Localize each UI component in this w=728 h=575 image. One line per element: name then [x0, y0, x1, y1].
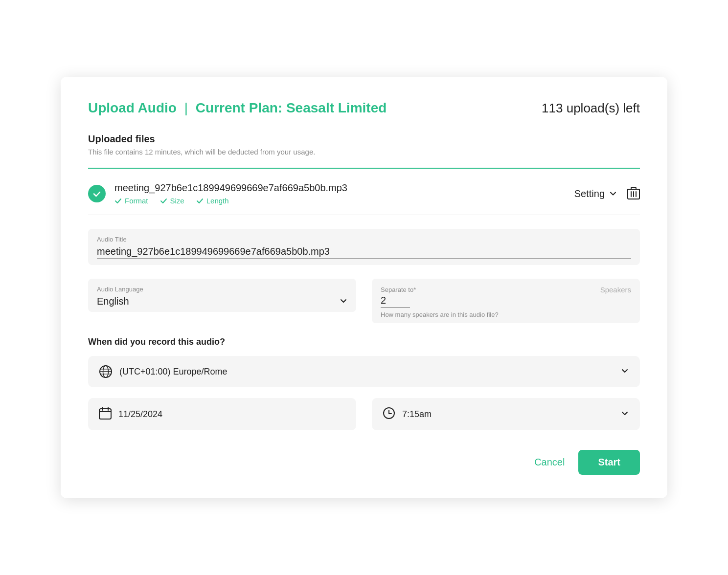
audio-title-group: Audio Title: [88, 229, 640, 265]
audio-language-arrow-icon: [340, 297, 347, 306]
setting-label: Setting: [574, 188, 605, 199]
modal-title: Upload Audio | Current Plan: Seasalt Lim…: [88, 100, 387, 116]
delete-file-button[interactable]: [627, 186, 640, 201]
audio-language-value: English: [97, 296, 129, 307]
language-speakers-row: Audio Language English Separate to* Spea…: [88, 279, 640, 323]
audio-language-label: Audio Language: [97, 286, 347, 293]
file-right: Setting: [574, 186, 640, 201]
time-picker[interactable]: 7:15am: [372, 398, 640, 430]
modal-header: Upload Audio | Current Plan: Seasalt Lim…: [88, 100, 640, 116]
file-name: meeting_927b6e1c189949699669e7af669a5b0b…: [114, 182, 347, 194]
time-chevron-icon: [620, 409, 629, 420]
time-value: 7:15am: [402, 409, 432, 420]
file-row: meeting_927b6e1c189949699669e7af669a5b0b…: [88, 182, 640, 215]
cancel-button[interactable]: Cancel: [534, 457, 565, 468]
title-part1: Upload Audio: [88, 100, 177, 115]
separate-speakers-box: Separate to* Speakers How many speakers …: [372, 279, 640, 323]
file-checks: Format Size Length: [114, 197, 347, 205]
audio-language-select-inner[interactable]: English: [97, 296, 347, 307]
file-check-format: Format: [114, 197, 148, 205]
title-pipe: |: [184, 100, 192, 115]
start-button[interactable]: Start: [578, 450, 640, 475]
upload-audio-modal: Upload Audio | Current Plan: Seasalt Lim…: [61, 77, 667, 498]
chevron-down-icon: [609, 189, 617, 198]
audio-language-select-box: Audio Language English: [88, 279, 356, 312]
section-divider: [88, 168, 640, 169]
audio-title-box: Audio Title: [88, 229, 640, 265]
speaker-hint: How many speakers are in this audio file…: [381, 311, 631, 318]
date-picker[interactable]: 11/25/2024: [88, 398, 356, 430]
globe-icon: [99, 365, 113, 378]
section-title: Uploaded files: [88, 133, 640, 145]
audio-language-col: Audio Language English: [88, 279, 356, 323]
file-check-circle: [88, 185, 106, 202]
audio-title-label: Audio Title: [97, 236, 631, 243]
file-check-length: Length: [196, 197, 229, 205]
calendar-icon: [99, 407, 112, 421]
timezone-left: (UTC+01:00) Europe/Rome: [99, 365, 228, 378]
separate-label: Separate to*: [381, 286, 416, 293]
timezone-value: (UTC+01:00) Europe/Rome: [119, 367, 228, 377]
audio-title-input[interactable]: [97, 246, 631, 259]
section-subtitle: This file contains 12 minutes, which wil…: [88, 148, 640, 156]
file-left: meeting_927b6e1c189949699669e7af669a5b0b…: [88, 182, 347, 205]
title-part2: Current Plan: Seasalt Limited: [196, 100, 387, 115]
trash-icon: [627, 186, 640, 200]
speakers-input[interactable]: [381, 295, 410, 308]
separate-speakers-col: Separate to* Speakers How many speakers …: [372, 279, 640, 323]
datetime-row: 11/25/2024 7:15am: [88, 398, 640, 430]
timezone-select[interactable]: (UTC+01:00) Europe/Rome: [88, 356, 640, 387]
timezone-chevron-icon: [620, 366, 629, 377]
svg-rect-10: [99, 409, 111, 419]
uploads-left: 113 upload(s) left: [542, 101, 640, 116]
separate-speakers-top: Separate to* Speakers: [381, 286, 631, 294]
modal-footer: Cancel Start: [88, 450, 640, 475]
setting-button[interactable]: Setting: [574, 188, 617, 199]
file-info: meeting_927b6e1c189949699669e7af669a5b0b…: [114, 182, 347, 205]
uploaded-files-section: Uploaded files This file contains 12 min…: [88, 133, 640, 156]
date-value: 11/25/2024: [118, 409, 162, 420]
speakers-suffix: Speakers: [600, 286, 631, 294]
file-check-size: Size: [160, 197, 184, 205]
clock-icon: [383, 407, 395, 421]
time-left: 7:15am: [383, 407, 432, 421]
record-question: When did you record this audio?: [88, 337, 640, 347]
